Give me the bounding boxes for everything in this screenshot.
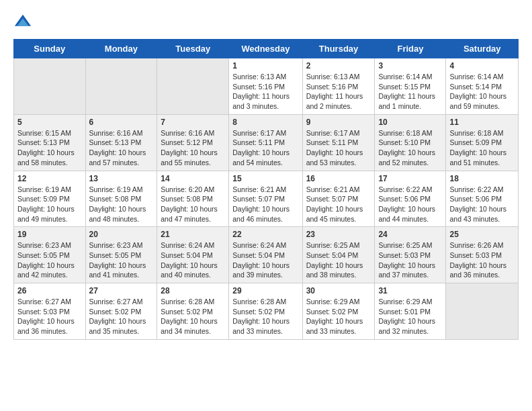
day-number: 6 [89, 118, 154, 127]
calendar-cell: 9Sunrise: 6:17 AM Sunset: 5:11 PM Daylig… [302, 114, 375, 171]
cell-content: Sunrise: 6:18 AM Sunset: 5:10 PM Dayligh… [378, 128, 442, 168]
calendar-cell: 7Sunrise: 6:16 AM Sunset: 5:12 PM Daylig… [157, 114, 229, 171]
cell-content: Sunrise: 6:21 AM Sunset: 5:07 PM Dayligh… [232, 185, 298, 224]
cell-content: Sunrise: 6:14 AM Sunset: 5:15 PM Dayligh… [378, 72, 442, 111]
calendar-cell: 29Sunrise: 6:28 AM Sunset: 5:02 PM Dayli… [229, 283, 302, 340]
calendar-cell: 19Sunrise: 6:23 AM Sunset: 5:05 PM Dayli… [14, 227, 86, 283]
cell-content: Sunrise: 6:23 AM Sunset: 5:05 PM Dayligh… [17, 240, 82, 280]
cell-content: Sunrise: 6:29 AM Sunset: 5:02 PM Dayligh… [306, 297, 371, 336]
calendar-cell: 2Sunrise: 6:13 AM Sunset: 5:16 PM Daylig… [302, 58, 375, 115]
calendar-week-row: 12Sunrise: 6:19 AM Sunset: 5:09 PM Dayli… [14, 171, 519, 227]
day-number: 28 [161, 286, 225, 295]
cell-content: Sunrise: 6:27 AM Sunset: 5:02 PM Dayligh… [89, 297, 154, 336]
day-number: 21 [161, 230, 225, 239]
weekday-header-sunday: Sunday [14, 40, 86, 58]
calendar-cell: 31Sunrise: 6:29 AM Sunset: 5:01 PM Dayli… [375, 283, 446, 340]
day-number: 23 [306, 230, 371, 239]
calendar-cell: 15Sunrise: 6:21 AM Sunset: 5:07 PM Dayli… [229, 171, 302, 227]
calendar-cell: 30Sunrise: 6:29 AM Sunset: 5:02 PM Dayli… [302, 283, 375, 340]
day-number: 16 [306, 174, 371, 183]
calendar-cell: 17Sunrise: 6:22 AM Sunset: 5:06 PM Dayli… [375, 171, 446, 227]
day-number: 3 [378, 61, 442, 71]
cell-content: Sunrise: 6:22 AM Sunset: 5:06 PM Dayligh… [449, 185, 515, 224]
calendar-cell: 16Sunrise: 6:21 AM Sunset: 5:07 PM Dayli… [302, 171, 375, 227]
cell-content: Sunrise: 6:17 AM Sunset: 5:11 PM Dayligh… [232, 128, 298, 168]
weekday-header-row: SundayMondayTuesdayWednesdayThursdayFrid… [14, 40, 519, 58]
day-number: 19 [17, 230, 82, 239]
cell-content: Sunrise: 6:23 AM Sunset: 5:05 PM Dayligh… [89, 240, 154, 280]
calendar-cell: 24Sunrise: 6:25 AM Sunset: 5:03 PM Dayli… [375, 227, 446, 283]
day-number: 27 [89, 286, 154, 295]
calendar-cell: 28Sunrise: 6:28 AM Sunset: 5:02 PM Dayli… [157, 283, 229, 340]
cell-content: Sunrise: 6:26 AM Sunset: 5:03 PM Dayligh… [449, 240, 515, 280]
day-number: 5 [17, 118, 82, 127]
day-number: 18 [449, 174, 515, 183]
cell-content: Sunrise: 6:19 AM Sunset: 5:09 PM Dayligh… [17, 185, 82, 224]
weekday-header-friday: Friday [375, 40, 446, 58]
cell-content: Sunrise: 6:16 AM Sunset: 5:13 PM Dayligh… [89, 128, 154, 168]
cell-content: Sunrise: 6:13 AM Sunset: 5:16 PM Dayligh… [232, 72, 298, 111]
day-number: 1 [232, 61, 298, 71]
cell-content: Sunrise: 6:16 AM Sunset: 5:12 PM Dayligh… [161, 128, 225, 168]
day-number: 9 [306, 118, 371, 127]
calendar-cell: 21Sunrise: 6:24 AM Sunset: 5:04 PM Dayli… [157, 227, 229, 283]
day-number: 15 [232, 174, 298, 183]
day-number: 8 [232, 118, 298, 127]
day-number: 29 [232, 286, 298, 295]
calendar-cell [157, 58, 229, 115]
calendar-cell: 20Sunrise: 6:23 AM Sunset: 5:05 PM Dayli… [85, 227, 157, 283]
calendar-cell: 1Sunrise: 6:13 AM Sunset: 5:16 PM Daylig… [229, 58, 302, 115]
day-number: 30 [306, 286, 371, 295]
cell-content: Sunrise: 6:17 AM Sunset: 5:11 PM Dayligh… [306, 128, 371, 168]
cell-content: Sunrise: 6:25 AM Sunset: 5:04 PM Dayligh… [306, 240, 371, 280]
calendar-cell: 13Sunrise: 6:19 AM Sunset: 5:08 PM Dayli… [85, 171, 157, 227]
calendar-cell: 25Sunrise: 6:26 AM Sunset: 5:03 PM Dayli… [446, 227, 519, 283]
calendar-week-row: 1Sunrise: 6:13 AM Sunset: 5:16 PM Daylig… [14, 58, 519, 115]
cell-content: Sunrise: 6:24 AM Sunset: 5:04 PM Dayligh… [161, 240, 225, 280]
day-number: 4 [449, 61, 515, 71]
day-number: 31 [378, 286, 442, 295]
day-number: 12 [17, 174, 82, 183]
day-number: 2 [306, 61, 371, 71]
calendar-week-row: 5Sunrise: 6:15 AM Sunset: 5:13 PM Daylig… [14, 114, 519, 171]
cell-content: Sunrise: 6:19 AM Sunset: 5:08 PM Dayligh… [89, 185, 154, 224]
calendar-table: SundayMondayTuesdayWednesdayThursdayFrid… [13, 39, 519, 340]
page-header [13, 13, 519, 32]
day-number: 20 [89, 230, 154, 239]
calendar-cell: 14Sunrise: 6:20 AM Sunset: 5:08 PM Dayli… [157, 171, 229, 227]
cell-content: Sunrise: 6:28 AM Sunset: 5:02 PM Dayligh… [232, 297, 298, 336]
weekday-header-wednesday: Wednesday [229, 40, 302, 58]
calendar-cell: 6Sunrise: 6:16 AM Sunset: 5:13 PM Daylig… [85, 114, 157, 171]
calendar-cell [85, 58, 157, 115]
day-number: 17 [378, 174, 442, 183]
day-number: 14 [161, 174, 225, 183]
calendar-cell [14, 58, 86, 115]
calendar-cell: 5Sunrise: 6:15 AM Sunset: 5:13 PM Daylig… [14, 114, 86, 171]
day-number: 25 [449, 230, 515, 239]
calendar-cell: 26Sunrise: 6:27 AM Sunset: 5:03 PM Dayli… [14, 283, 86, 340]
calendar-cell: 23Sunrise: 6:25 AM Sunset: 5:04 PM Dayli… [302, 227, 375, 283]
day-number: 10 [378, 118, 442, 127]
cell-content: Sunrise: 6:29 AM Sunset: 5:01 PM Dayligh… [378, 297, 442, 336]
calendar-cell [446, 283, 519, 340]
calendar-cell: 10Sunrise: 6:18 AM Sunset: 5:10 PM Dayli… [375, 114, 446, 171]
weekday-header-saturday: Saturday [446, 40, 519, 58]
cell-content: Sunrise: 6:28 AM Sunset: 5:02 PM Dayligh… [161, 297, 225, 336]
calendar-cell: 18Sunrise: 6:22 AM Sunset: 5:06 PM Dayli… [446, 171, 519, 227]
weekday-header-tuesday: Tuesday [157, 40, 229, 58]
cell-content: Sunrise: 6:13 AM Sunset: 5:16 PM Dayligh… [306, 72, 371, 111]
calendar-cell: 8Sunrise: 6:17 AM Sunset: 5:11 PM Daylig… [229, 114, 302, 171]
calendar-cell: 11Sunrise: 6:18 AM Sunset: 5:09 PM Dayli… [446, 114, 519, 171]
cell-content: Sunrise: 6:15 AM Sunset: 5:13 PM Dayligh… [17, 128, 82, 168]
day-number: 24 [378, 230, 442, 239]
calendar-cell: 27Sunrise: 6:27 AM Sunset: 5:02 PM Dayli… [85, 283, 157, 340]
calendar-cell: 12Sunrise: 6:19 AM Sunset: 5:09 PM Dayli… [14, 171, 86, 227]
cell-content: Sunrise: 6:24 AM Sunset: 5:04 PM Dayligh… [232, 240, 298, 280]
cell-content: Sunrise: 6:21 AM Sunset: 5:07 PM Dayligh… [306, 185, 371, 224]
day-number: 26 [17, 286, 82, 295]
cell-content: Sunrise: 6:27 AM Sunset: 5:03 PM Dayligh… [17, 297, 82, 336]
cell-content: Sunrise: 6:25 AM Sunset: 5:03 PM Dayligh… [378, 240, 442, 280]
day-number: 13 [89, 174, 154, 183]
cell-content: Sunrise: 6:20 AM Sunset: 5:08 PM Dayligh… [161, 185, 225, 224]
calendar-week-row: 19Sunrise: 6:23 AM Sunset: 5:05 PM Dayli… [14, 227, 519, 283]
